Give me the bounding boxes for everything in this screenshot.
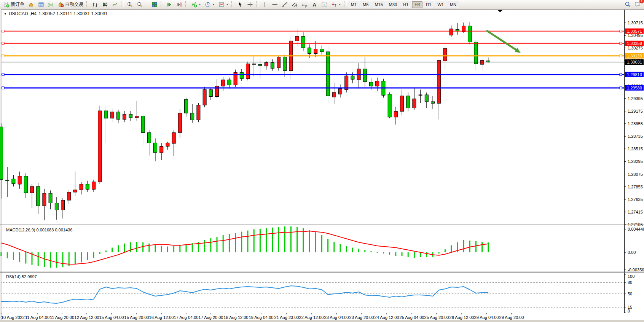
toolbar-separator bbox=[344, 1, 347, 8]
market-watch-icon bbox=[28, 2, 34, 8]
time-tick-label: 22 Aug 12:00 bbox=[299, 315, 324, 320]
time-tick-label: 23 Aug 20:00 bbox=[349, 315, 374, 320]
timeframe-m30-button[interactable]: M30 bbox=[386, 1, 400, 8]
time-tick-label: 25 Aug 20:00 bbox=[424, 315, 449, 320]
horizontal-line-button[interactable] bbox=[270, 1, 279, 8]
templates-button[interactable]: ▼ bbox=[217, 1, 230, 8]
timeframe-d1-button[interactable]: D1 bbox=[423, 1, 434, 8]
price-line-label: 1.30358 bbox=[625, 41, 644, 46]
time-tick-label: 12 Aug 12:00 bbox=[75, 315, 99, 320]
text-button[interactable]: A bbox=[310, 1, 319, 8]
svg-text:0: 0 bbox=[628, 309, 630, 313]
toolbar-separator bbox=[121, 1, 124, 8]
chart-title: ▼ USDCAD-,H4 1.30052 1.30111 1.30031 1.3… bbox=[4, 11, 108, 16]
zoom-in-icon bbox=[127, 2, 133, 8]
time-tick-label: 29 Aug 20:00 bbox=[499, 315, 524, 320]
timeframe-m5-button[interactable]: M5 bbox=[360, 1, 371, 8]
collapse-icon[interactable]: ▼ bbox=[4, 12, 7, 16]
toolbar-separator bbox=[185, 1, 188, 8]
tile-windows-icon bbox=[151, 2, 158, 8]
arrows-button[interactable]: ▼ bbox=[330, 1, 343, 8]
price-tick-label: 1.29175 bbox=[628, 109, 643, 113]
new-order-button[interactable]: 新订单 bbox=[2, 1, 26, 8]
time-tick-label: 18 Aug 12:00 bbox=[224, 315, 249, 320]
price-tick-label: 1.27635 bbox=[628, 197, 643, 202]
time-tick-label: 26 Aug 12:00 bbox=[450, 315, 474, 320]
vline-icon bbox=[262, 2, 268, 8]
autotrade-button[interactable]: 自动交易 bbox=[56, 1, 85, 8]
auto-scroll-button[interactable] bbox=[165, 1, 174, 8]
fibonacci-button[interactable]: F bbox=[300, 1, 309, 8]
chevron-down-icon: ▼ bbox=[212, 3, 215, 6]
svg-text:50: 50 bbox=[628, 292, 632, 296]
svg-text:1.30139: 1.30139 bbox=[627, 54, 642, 58]
time-tick-label: 25 Aug 04:00 bbox=[400, 315, 424, 320]
candlestick-chart-button[interactable] bbox=[100, 1, 110, 8]
periods-button[interactable]: ▼ bbox=[203, 1, 216, 8]
timeframe-h1-button[interactable]: H1 bbox=[400, 1, 411, 8]
svg-text:F: F bbox=[305, 5, 307, 8]
vertical-line-button[interactable] bbox=[260, 1, 269, 8]
price-tick-label: 1.28515 bbox=[628, 147, 643, 151]
autotrade-button-label: 自动交易 bbox=[65, 1, 83, 8]
svg-text:1.29813: 1.29813 bbox=[627, 72, 642, 77]
navigator-button[interactable] bbox=[37, 1, 46, 8]
equidistant-channel-button[interactable]: E bbox=[290, 1, 299, 8]
indicators-button[interactable]: ▼ bbox=[190, 1, 202, 8]
price-tick-label: 1.29395 bbox=[628, 96, 643, 101]
macd-indicator-label: MACD(12,26,9) 0.001683 0.001436 bbox=[6, 228, 72, 232]
zoom-out-button[interactable] bbox=[135, 1, 144, 8]
timeframe-h4-button[interactable]: H4 bbox=[412, 1, 422, 8]
zoom-in-button[interactable] bbox=[125, 1, 134, 8]
new-order-icon bbox=[3, 2, 10, 8]
timeframe-mn-button[interactable]: MN bbox=[447, 1, 459, 8]
new-order-button-label: 新订单 bbox=[11, 1, 24, 8]
price-tick-label: 1.27855 bbox=[628, 185, 643, 189]
toolbar-separator bbox=[146, 1, 148, 8]
timeframe-m1-button[interactable]: M1 bbox=[348, 1, 359, 8]
label-icon: T bbox=[321, 2, 327, 8]
chart-canvas[interactable]: 1.307151.304951.302751.300551.298351.296… bbox=[0, 0, 644, 322]
time-tick-label: 11 Aug 04:00 bbox=[25, 315, 49, 320]
svg-text:T: T bbox=[323, 3, 325, 6]
svg-text:0.004446: 0.004446 bbox=[628, 227, 644, 231]
chart-shift-button[interactable] bbox=[175, 1, 184, 8]
indicators-icon bbox=[191, 2, 197, 8]
line-chart-button[interactable] bbox=[110, 1, 120, 8]
autotrade-icon bbox=[58, 2, 64, 8]
text-label-button[interactable]: T bbox=[320, 1, 329, 8]
svg-text:1.30571: 1.30571 bbox=[627, 29, 642, 33]
crosshair-button[interactable] bbox=[245, 1, 255, 8]
chart-symbol-period: USDCAD-,H4 bbox=[9, 11, 37, 16]
time-tick-label: 29 Aug 04:00 bbox=[474, 315, 499, 320]
timeframe-m15-button[interactable]: M15 bbox=[372, 1, 385, 8]
auto-scroll-icon bbox=[166, 2, 172, 8]
time-tick-label: 16 Aug 12:00 bbox=[149, 315, 174, 320]
tile-windows-button[interactable] bbox=[150, 1, 159, 8]
price-tick-label: 1.28295 bbox=[628, 159, 643, 164]
trendline-button[interactable] bbox=[280, 1, 289, 8]
price-tick-label: 1.30495 bbox=[628, 33, 643, 38]
bar-chart-button[interactable] bbox=[91, 1, 100, 8]
signals-button[interactable] bbox=[46, 1, 56, 8]
price-tick-label: 1.27415 bbox=[628, 210, 643, 214]
time-tick-label: 15 Aug 04:00 bbox=[99, 315, 124, 320]
price-tick-label: 1.28735 bbox=[628, 134, 643, 139]
timeframe-w1-button[interactable]: W1 bbox=[435, 1, 446, 8]
rsi-indicator-label: RSI(14) 52.9697 bbox=[6, 274, 37, 279]
price-line-label: 1.30139 bbox=[625, 53, 644, 59]
toolbar-separator bbox=[86, 1, 89, 8]
fibonacci-icon: F bbox=[301, 2, 308, 8]
time-tick-label: 15 Aug 20:00 bbox=[124, 315, 149, 320]
time-tick-label: 21 Aug 23:00 bbox=[274, 315, 299, 320]
window-bottom-edge bbox=[0, 320, 644, 322]
time-tick-label: 11 Aug 20:00 bbox=[50, 315, 74, 320]
svg-text:0.00: 0.00 bbox=[628, 250, 636, 255]
chevron-down-icon: ▼ bbox=[226, 3, 228, 6]
market-watch-button[interactable] bbox=[27, 1, 36, 8]
search-button[interactable] bbox=[623, 0, 632, 8]
svg-text:E: E bbox=[296, 5, 298, 8]
cursor-button[interactable] bbox=[236, 1, 245, 8]
periods-icon bbox=[205, 2, 211, 8]
chevron-down-icon: ▼ bbox=[339, 3, 341, 6]
